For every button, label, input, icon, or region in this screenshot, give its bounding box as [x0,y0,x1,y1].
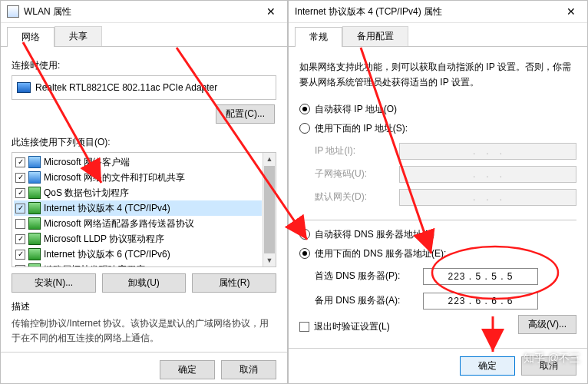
advanced-button[interactable]: 高级(V)... [518,315,576,334]
ok-button[interactable]: 确定 [460,356,515,376]
list-item[interactable]: ✓Microsoft LLDP 协议驱动程序 [14,231,262,247]
scroll-down-icon[interactable]: ▼ [263,254,276,266]
list-item-label: Microsoft 网络适配器多路传送器协议 [44,217,194,230]
wlan-titlebar: WLAN 属性 ✕ [1,1,287,23]
uninstall-button[interactable]: 卸载(U) [102,273,187,293]
checkbox[interactable]: ✓ [15,173,25,183]
wlan-properties-dialog: WLAN 属性 ✕ 网络 共享 连接时使用: Realtek RTL8821CE… [0,0,288,384]
radio-icon [299,248,310,259]
adapter-name: Realtek RTL8821CE 802.11ac PCIe Adapter [35,82,217,93]
dns1-label: 首选 DNS 服务器(P): [315,270,418,283]
list-item-label: Microsoft 网络的文件和打印机共享 [44,171,185,184]
dns1-field[interactable]: 223 . 5 . 5 . 5 [423,268,538,285]
radio-dns-manual[interactable]: 使用下面的 DNS 服务器地址(E): [299,247,576,260]
dns2-field[interactable]: 223 . 6 . 6 . 6 [423,293,538,310]
protocol-icon [28,217,41,230]
configure-button[interactable]: 配置(C)... [216,104,275,124]
install-button[interactable]: 安装(N)... [12,273,96,293]
scroll-thumb[interactable] [264,166,275,253]
watermark: 知乎 @不三 [524,352,580,366]
list-item[interactable]: ✓QoS 数据包计划程序 [14,185,262,200]
scroll-up-icon[interactable]: ▲ [263,153,276,165]
list-item-label: 链路层拓扑发现响应程序 [44,263,145,268]
radio-ip-auto[interactable]: 自动获得 IP 地址(O) [299,103,576,116]
checkbox[interactable]: ✓ [15,204,25,214]
checkbox[interactable]: ✓ [15,157,25,167]
close-icon[interactable]: ✕ [255,1,287,22]
checkbox[interactable]: ✓ [15,250,25,260]
adapter-field: Realtek RTL8821CE 802.11ac PCIe Adapter [12,75,276,100]
protocol-icon [28,202,41,214]
tab-alternate[interactable]: 备用配置 [342,26,408,46]
radio-ip-manual-label: 使用下面的 IP 地址(S): [315,122,408,135]
radio-icon [299,229,310,240]
wlan-tabs: 网络 共享 [1,26,287,47]
protocol-icon [28,263,41,267]
list-item[interactable]: ✓Internet 协议版本 4 (TCP/IPv4) [14,200,262,216]
ip-address-label: IP 地址(I): [315,144,391,157]
ok-button[interactable]: 确定 [160,360,215,379]
tab-network[interactable]: 网络 [7,27,55,47]
tab-share[interactable]: 共享 [55,26,102,46]
radio-dns-auto[interactable]: 自动获得 DNS 服务器地址(B) [299,228,576,241]
ipv4-titlebar: Internet 协议版本 4 (TCP/IPv4) 属性 ✕ [289,1,587,23]
close-icon[interactable]: ✕ [555,1,587,22]
divider [296,220,576,220]
radio-ip-auto-label: 自动获得 IP 地址(O) [315,103,397,116]
list-item-label: Internet 协议版本 6 (TCP/IPv6) [44,248,170,261]
list-item[interactable]: Microsoft 网络适配器多路传送器协议 [14,216,262,231]
checkbox[interactable]: ✓ [15,188,25,198]
radio-dns-manual-label: 使用下面的 DNS 服务器地址(E): [315,247,446,260]
radio-dns-auto-label: 自动获得 DNS 服务器地址(B) [315,228,434,241]
subnet-mask-field: . . . [399,166,576,183]
list-item-label: QoS 数据包计划程序 [44,187,129,200]
checkbox[interactable] [15,219,25,229]
ip-address-field: . . . [399,143,576,160]
radio-ip-manual[interactable]: 使用下面的 IP 地址(S): [299,122,576,135]
protocol-icon [28,187,41,199]
ipv4-title: Internet 协议版本 4 (TCP/IPv4) 属性 [295,5,555,18]
protocol-icon [28,171,41,184]
nic-icon [17,82,31,93]
description-title: 描述 [12,300,276,313]
protocol-icon [28,248,41,260]
intro-text: 如果网络支持此功能，则可以获取自动指派的 IP 设置。否则，你需要从网络系统管理… [299,59,576,91]
checkbox[interactable]: ✓ [15,265,25,268]
subnet-mask-label: 子网掩码(U): [315,167,391,180]
properties-button[interactable]: 属性(R) [192,273,276,293]
gateway-label: 默认网关(D): [315,190,391,204]
radio-icon [299,123,310,134]
gateway-field: . . . [399,189,576,206]
list-item[interactable]: ✓Internet 协议版本 6 (TCP/IPv6) [14,247,262,262]
items-list: ✓Microsoft 网络客户端✓Microsoft 网络的文件和打印机共享✓Q… [12,152,276,267]
list-item[interactable]: ✓Microsoft 网络的文件和打印机共享 [14,170,262,185]
description-text: 传输控制协议/Internet 协议。该协议是默认的广域网络协议，用于在不同的相… [12,316,276,346]
connect-using-label: 连接时使用: [12,59,276,72]
checkbox[interactable]: ✓ [15,234,25,244]
tab-general[interactable]: 常规 [295,27,342,47]
items-label: 此连接使用下列项目(O): [12,136,276,149]
cancel-button[interactable]: 取消 [221,360,276,379]
radio-icon [299,104,310,114]
list-item-label: Microsoft 网络客户端 [44,156,130,169]
wlan-title: WLAN 属性 [24,5,255,18]
list-item-label: Microsoft LLDP 协议驱动程序 [44,233,164,246]
scrollbar[interactable]: ▲ ▼ [263,153,276,266]
ipv4-properties-dialog: Internet 协议版本 4 (TCP/IPv4) 属性 ✕ 常规 备用配置 … [288,0,588,384]
protocol-icon [28,233,41,245]
protocol-icon [28,156,41,168]
wlan-icon [7,5,19,18]
dns2-label: 备用 DNS 服务器(A): [315,294,418,307]
list-item[interactable]: ✓链路层拓扑发现响应程序 [14,262,262,267]
list-item[interactable]: ✓Microsoft 网络客户端 [14,154,262,170]
list-item-label: Internet 协议版本 4 (TCP/IPv4) [44,202,170,215]
ipv4-tabs: 常规 备用配置 [289,26,587,47]
